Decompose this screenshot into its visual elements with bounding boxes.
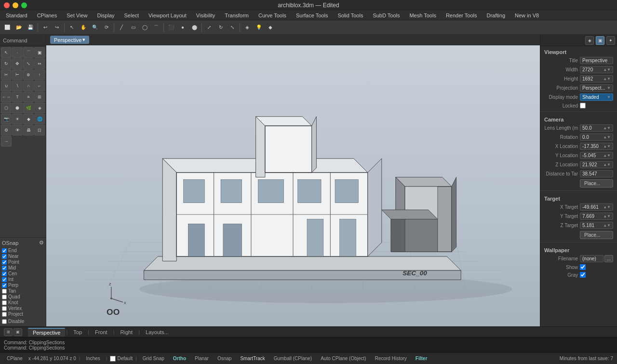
osnap-point-check[interactable]: [2, 260, 7, 265]
tool-hatch[interactable]: ≡: [23, 92, 34, 102]
open-btn[interactable]: 📂: [13, 22, 24, 33]
menu-item-new-in-v8[interactable]: New in V8: [513, 13, 541, 18]
filename-browse-btn[interactable]: ...: [604, 255, 613, 262]
tool-move[interactable]: ✥: [12, 58, 23, 69]
osnap-disable-check[interactable]: [2, 319, 7, 324]
tool-surface[interactable]: ▣: [34, 47, 45, 58]
tool-curve[interactable]: ⌒: [23, 47, 34, 58]
osnap-knot-check[interactable]: [2, 300, 7, 305]
tool-subd[interactable]: ⬢: [12, 103, 23, 113]
save-btn[interactable]: 💾: [25, 22, 36, 33]
tool-material[interactable]: ◆: [23, 114, 34, 124]
sphere-btn[interactable]: ●: [177, 22, 188, 33]
osnap-tan[interactable]: Tan: [2, 288, 44, 294]
tab-top[interactable]: Top: [68, 328, 87, 336]
tool-dim[interactable]: ←→: [1, 92, 12, 102]
osnap-end[interactable]: End: [2, 248, 44, 253]
prop-projection-value[interactable]: Perspect... ▼: [580, 84, 613, 92]
camera-location-btn[interactable]: Place...: [580, 179, 613, 188]
statusbar-filter[interactable]: Filter: [413, 355, 430, 362]
arc-btn[interactable]: ⌒: [151, 22, 161, 33]
rp-icon-star[interactable]: ✦: [606, 36, 615, 45]
tool-print[interactable]: 🖶: [23, 125, 34, 135]
box-btn[interactable]: ⬛: [166, 22, 176, 33]
osnap-perp[interactable]: Perp: [2, 283, 44, 288]
tool-arrow[interactable]: →: [1, 136, 12, 147]
statusbar-record-history[interactable]: Record History: [372, 355, 410, 362]
menu-item-select[interactable]: Select: [122, 13, 141, 18]
osnap-quad[interactable]: Quad: [2, 294, 44, 299]
tool-camera[interactable]: 📷: [1, 114, 12, 124]
osnap-point[interactable]: Point: [2, 259, 44, 265]
circle-btn[interactable]: ◯: [139, 22, 150, 33]
tool-trim[interactable]: ✂: [1, 69, 12, 80]
osnap-int[interactable]: Int: [2, 277, 44, 282]
prop-dist-value[interactable]: 38.547: [580, 170, 613, 177]
osnap-mid[interactable]: Mid: [2, 265, 44, 270]
statusbar-ortho[interactable]: Ortho: [170, 355, 189, 362]
prop-xtarget-value[interactable]: -49.661 ▲▼: [580, 203, 613, 211]
osnap-settings-icon[interactable]: ⚙: [39, 240, 44, 246]
prop-rotation-value[interactable]: 0.0 ▲▼: [580, 134, 613, 141]
osnap-near[interactable]: Near: [2, 254, 44, 259]
statusbar-grid-snap[interactable]: Grid Snap: [140, 355, 167, 362]
osnap-knot[interactable]: Knot: [2, 300, 44, 305]
prop-zloc-value[interactable]: 21.922 ▲▼: [580, 161, 613, 168]
menu-item-solid-tools[interactable]: Solid Tools: [335, 13, 365, 18]
rect-btn[interactable]: ▭: [128, 22, 138, 33]
tab-perspective[interactable]: Perspective: [28, 328, 65, 337]
osnap-project[interactable]: Project: [2, 311, 44, 317]
width-spin[interactable]: ▲▼: [603, 67, 611, 72]
color-swatch[interactable]: [110, 356, 116, 362]
maximize-button[interactable]: [21, 2, 27, 8]
prop-display-mode-value[interactable]: Shaded ▼: [580, 94, 613, 101]
statusbar-auto-cplane[interactable]: Auto CPlane (Object): [318, 355, 369, 362]
statusbar-planar[interactable]: Planar: [192, 355, 212, 362]
osnap-vertex-check[interactable]: [2, 306, 7, 311]
tool-mirror[interactable]: ⇔: [34, 58, 45, 69]
prop-lens-value[interactable]: 50.0 ▲▼: [580, 124, 613, 132]
tab-layouts[interactable]: Layouts...: [141, 328, 174, 336]
tool-mesh[interactable]: ⬡: [1, 103, 12, 113]
tool-fillet[interactable]: ⌐: [34, 81, 45, 91]
menu-item-set-view[interactable]: Set View: [65, 13, 89, 18]
menu-item-mesh-tools[interactable]: Mesh Tools: [407, 13, 438, 18]
viewport-name-dropdown[interactable]: Perspective ▾: [50, 36, 89, 44]
menu-item-curve-tools[interactable]: Curve Tools: [256, 13, 288, 18]
line-btn[interactable]: ╱: [116, 22, 127, 33]
render-btn[interactable]: ◈: [242, 22, 253, 33]
menu-item-viewport-layout[interactable]: Viewport Layout: [147, 13, 188, 18]
osnap-mid-check[interactable]: [2, 266, 7, 270]
menu-item-render-tools[interactable]: Render Tools: [444, 13, 479, 18]
display-mode-spin[interactable]: ▼: [607, 95, 611, 99]
statusbar-osnap[interactable]: Osnap: [215, 355, 234, 362]
osnap-project-check[interactable]: [2, 312, 7, 317]
move-btn[interactable]: ⤢: [204, 22, 215, 33]
osnap-end-check[interactable]: [2, 248, 7, 253]
ztarget-spin[interactable]: ▲▼: [603, 223, 611, 228]
menu-item-visibility[interactable]: Visibility: [194, 13, 217, 18]
rotation-spin[interactable]: ▲▼: [603, 135, 611, 139]
osnap-cen[interactable]: Cen: [2, 271, 44, 276]
pan-btn[interactable]: ✋: [78, 22, 89, 33]
tool-analyze[interactable]: ⚙: [1, 125, 12, 135]
vp-layout-btn-1[interactable]: ⊞: [4, 328, 13, 336]
menu-item-display[interactable]: Display: [95, 13, 116, 18]
lens-spin[interactable]: ▲▼: [603, 126, 611, 130]
tool-boolean-union[interactable]: ∪: [1, 81, 12, 91]
gray-check[interactable]: [580, 272, 586, 278]
projection-spin[interactable]: ▼: [607, 86, 611, 90]
menu-item-subd-tools[interactable]: SubD Tools: [371, 13, 402, 18]
tab-right[interactable]: Right: [116, 328, 138, 336]
tool-display[interactable]: 👁: [12, 125, 23, 135]
statusbar-gumball[interactable]: Gumball (CPlane): [271, 355, 315, 362]
osnap-quad-check[interactable]: [2, 295, 7, 299]
menu-item-standard[interactable]: Standard: [4, 13, 29, 18]
show-check[interactable]: [580, 264, 586, 270]
statusbar-cplane[interactable]: CPlane: [4, 355, 26, 362]
tool-extrude[interactable]: ↑: [34, 69, 45, 80]
orbit-btn[interactable]: ⟳: [101, 22, 112, 33]
new-btn[interactable]: ⬜: [2, 22, 13, 33]
menu-item-surface-tools[interactable]: Surface Tools: [294, 13, 330, 18]
statusbar-units[interactable]: Inches: [83, 355, 103, 362]
